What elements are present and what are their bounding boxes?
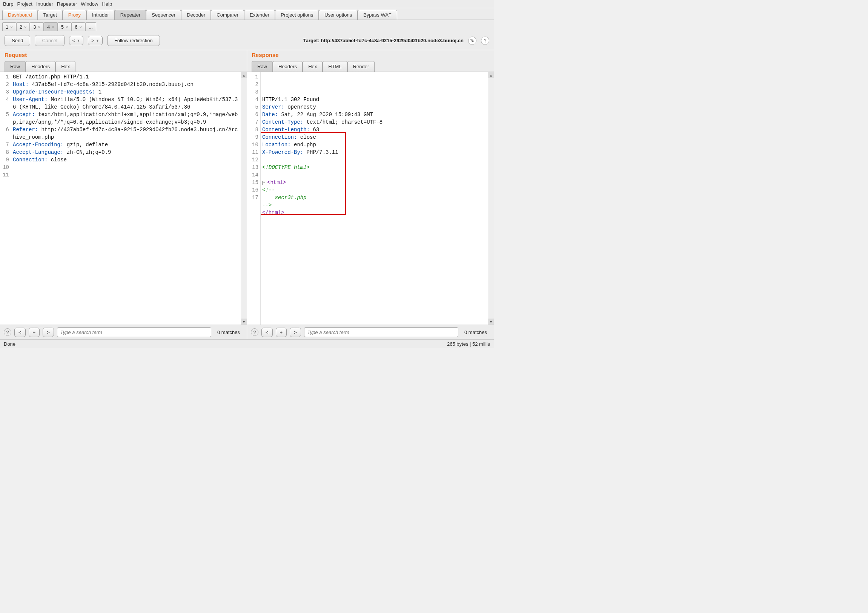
viewtab-headers[interactable]: Headers: [26, 61, 56, 72]
subtab-1[interactable]: 1×: [2, 22, 16, 31]
request-editor: 1234567891011 GET /action.php HTTP/1.1Ho…: [0, 72, 247, 325]
request-text[interactable]: GET /action.php HTTP/1.1Host: 437ab5ef-f…: [11, 72, 241, 325]
tab-extender[interactable]: Extender: [244, 10, 275, 20]
close-icon[interactable]: ×: [52, 25, 54, 29]
status-right: 265 bytes | 52 millis: [447, 341, 490, 347]
tab-target[interactable]: Target: [38, 10, 63, 20]
tab-user-options[interactable]: User options: [319, 10, 358, 20]
code-line: Server: openresty: [262, 103, 486, 111]
viewtab-raw[interactable]: Raw: [252, 61, 273, 72]
code-line: Accept-Encoding: gzip, deflate: [13, 141, 239, 149]
repeater-toolbar: Send Cancel <▼ >▼ Follow redirection Tar…: [0, 31, 494, 50]
response-search-bar: ? < + > 0 matches: [247, 325, 494, 339]
repeater-subtabs: 1×2×3×4×5×6×...: [0, 20, 494, 31]
viewtab-hex[interactable]: Hex: [56, 61, 76, 72]
search-input-wrap: [57, 327, 211, 337]
menu-project[interactable]: Project: [17, 1, 32, 7]
menu-window[interactable]: Window: [81, 1, 98, 7]
response-search-input[interactable]: [304, 330, 458, 335]
tab-decoder[interactable]: Decoder: [181, 10, 211, 20]
search-input-wrap: [304, 327, 458, 337]
code-line: User-Agent: Mozilla/5.0 (Windows NT 10.0…: [13, 96, 239, 111]
menu-intruder[interactable]: Intruder: [36, 1, 53, 7]
search-next-button[interactable]: >: [290, 328, 301, 337]
cancel-button[interactable]: Cancel: [35, 35, 64, 46]
tab-dashboard[interactable]: Dashboard: [2, 10, 38, 20]
search-help-icon[interactable]: ?: [251, 328, 259, 336]
viewtab-headers[interactable]: Headers: [273, 61, 302, 72]
history-forward-button[interactable]: >▼: [88, 36, 102, 45]
search-next-button[interactable]: >: [43, 328, 54, 337]
scroll-down-icon[interactable]: ▾: [241, 319, 247, 325]
code-line: [13, 164, 239, 171]
code-line: Connection: close: [262, 133, 486, 141]
history-back-button[interactable]: <▼: [69, 36, 84, 45]
request-scrollbar[interactable]: ▴ ▾: [241, 72, 247, 325]
code-line: Content-Length: 63: [262, 126, 486, 133]
panes: Request RawHeadersHex 1234567891011 GET …: [0, 50, 494, 339]
subtab-add[interactable]: ...: [85, 22, 96, 31]
search-help-icon[interactable]: ?: [4, 328, 11, 336]
request-search-input[interactable]: [57, 330, 211, 335]
menu-repeater[interactable]: Repeater: [57, 1, 77, 7]
menubar: BurpProjectIntruderRepeaterWindowHelp: [0, 0, 494, 8]
menu-burp[interactable]: Burp: [3, 1, 13, 7]
tab-project-options[interactable]: Project options: [275, 10, 319, 20]
search-add-button[interactable]: +: [29, 328, 40, 337]
response-text[interactable]: HTTP/1.1 302 FoundServer: openrestyDate:…: [260, 72, 488, 325]
tab-intruder[interactable]: Intruder: [87, 10, 115, 20]
code-line: X-Powered-By: PHP/7.3.11: [262, 149, 486, 156]
viewtab-raw[interactable]: Raw: [5, 61, 26, 72]
help-icon[interactable]: ?: [481, 37, 489, 45]
code-line: Upgrade-Insecure-Requests: 1: [13, 88, 239, 96]
subtab-3[interactable]: 3×: [30, 22, 44, 31]
code-line: [13, 171, 239, 179]
response-title: Response: [247, 50, 494, 61]
close-icon[interactable]: ×: [38, 25, 40, 29]
tab-proxy[interactable]: Proxy: [63, 10, 87, 20]
scroll-up-icon[interactable]: ▴: [488, 72, 494, 78]
viewtab-hex[interactable]: Hex: [302, 61, 322, 72]
menu-help[interactable]: Help: [102, 1, 112, 7]
response-scrollbar[interactable]: ▴ ▾: [488, 72, 494, 325]
code-line: GET /action.php HTTP/1.1: [13, 73, 239, 80]
code-line: </html>: [262, 209, 486, 217]
subtab-4[interactable]: 4×: [44, 22, 58, 31]
follow-redirection-button[interactable]: Follow redirection: [107, 35, 160, 46]
subtab-2[interactable]: 2×: [16, 22, 30, 31]
close-icon[interactable]: ×: [80, 25, 82, 29]
send-button[interactable]: Send: [5, 35, 30, 46]
code-line: secr3t.php: [262, 194, 486, 201]
search-add-button[interactable]: +: [276, 328, 287, 337]
search-prev-button[interactable]: <: [14, 328, 26, 337]
status-left: Done: [4, 341, 16, 347]
edit-target-icon[interactable]: ✎: [468, 37, 476, 45]
dropdown-arrow-icon: ▼: [77, 39, 80, 43]
scroll-up-icon[interactable]: ▴: [241, 72, 247, 78]
code-line: [262, 156, 486, 164]
viewtab-html[interactable]: HTML: [322, 61, 347, 72]
response-matches-label: 0 matches: [461, 330, 490, 335]
subtab-5[interactable]: 5×: [58, 22, 72, 31]
tab-comparer[interactable]: Comparer: [211, 10, 244, 20]
code-line: −<html>: [262, 179, 486, 186]
tab-bypass-waf[interactable]: Bypass WAF: [358, 10, 397, 20]
fold-icon[interactable]: −: [262, 181, 266, 185]
code-line: Accept-Language: zh-CN,zh;q=0.9: [13, 149, 239, 156]
code-line: Host: 437ab5ef-fd7c-4c8a-9215-2929d042fb…: [13, 80, 239, 88]
viewtab-render[interactable]: Render: [347, 61, 375, 72]
main-tabs: DashboardTargetProxyIntruderRepeaterSequ…: [0, 8, 494, 20]
tab-sequencer[interactable]: Sequencer: [146, 10, 181, 20]
search-prev-button[interactable]: <: [261, 328, 273, 337]
chevron-left-icon: <: [73, 38, 76, 43]
code-line: <!--: [262, 186, 486, 194]
request-pane: Request RawHeadersHex 1234567891011 GET …: [0, 50, 247, 339]
request-view-tabs: RawHeadersHex: [0, 61, 247, 72]
close-icon[interactable]: ×: [66, 25, 68, 29]
scroll-down-icon[interactable]: ▾: [488, 319, 494, 325]
request-title: Request: [0, 50, 247, 61]
subtab-6[interactable]: 6×: [71, 22, 85, 31]
close-icon[interactable]: ×: [24, 25, 26, 29]
close-icon[interactable]: ×: [10, 25, 12, 29]
tab-repeater[interactable]: Repeater: [115, 10, 146, 20]
